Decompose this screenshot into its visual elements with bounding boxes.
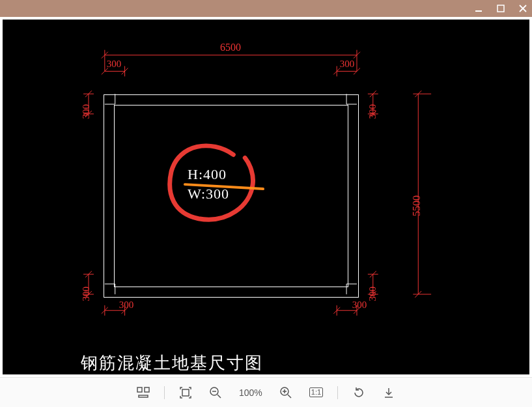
svg-line-38 — [85, 91, 92, 97]
viewer-canvas-frame: 6500 300 300 300 300 300 300 300 300 550… — [0, 17, 532, 377]
svg-line-28 — [102, 307, 108, 314]
svg-rect-63 — [182, 389, 189, 396]
svg-line-66 — [217, 395, 221, 398]
svg-line-70 — [288, 395, 291, 398]
toolbar-divider-2 — [337, 386, 338, 399]
zoom-level-label: 100% — [236, 387, 265, 398]
svg-rect-61 — [145, 387, 149, 392]
window-titlebar — [0, 0, 532, 17]
actual-size-button[interactable]: 1:1 — [307, 385, 326, 400]
maximize-button[interactable] — [496, 3, 506, 14]
fit-screen-button[interactable] — [176, 384, 195, 402]
svg-line-23 — [333, 68, 340, 74]
dim-edge-left-top: 300 — [81, 104, 92, 119]
viewer-toolbar: 100% 1:1 — [0, 377, 532, 407]
actual-size-label: 1:1 — [309, 387, 323, 397]
beam-width-label: W:300 — [188, 186, 229, 203]
dim-edge-top-right: 300 — [340, 59, 355, 70]
svg-line-59 — [415, 291, 421, 298]
beam-height-label: H:400 — [188, 166, 227, 183]
svg-line-16 — [354, 52, 360, 59]
svg-line-43 — [85, 271, 92, 277]
dim-edge-left-bottom: 300 — [81, 287, 92, 302]
thumbnails-button[interactable] — [134, 384, 152, 401]
dim-edge-top-left: 300 — [107, 59, 122, 70]
dim-overall-width: 6500 — [220, 42, 241, 53]
svg-line-24 — [354, 68, 360, 74]
svg-line-58 — [415, 91, 421, 97]
svg-line-53 — [370, 271, 376, 277]
dim-edge-bottom-left: 300 — [119, 300, 134, 311]
zoom-out-button[interactable] — [206, 384, 225, 402]
svg-rect-1 — [497, 5, 504, 12]
svg-line-20 — [122, 68, 128, 74]
svg-rect-62 — [139, 395, 148, 397]
download-button[interactable] — [380, 384, 398, 402]
svg-line-15 — [102, 52, 108, 59]
drawing-canvas[interactable]: 6500 300 300 300 300 300 300 300 300 550… — [3, 20, 529, 374]
dim-edge-right-top: 300 — [367, 104, 378, 119]
minimize-button[interactable] — [473, 3, 484, 14]
svg-line-48 — [370, 91, 376, 97]
zoom-in-button[interactable] — [277, 384, 295, 402]
dim-edge-bottom-right: 300 — [352, 300, 367, 311]
drawing-caption: 钢筋混凝土地基尺寸图 — [81, 352, 263, 374]
close-button[interactable] — [518, 3, 528, 14]
svg-line-33 — [333, 307, 340, 314]
svg-rect-60 — [137, 387, 142, 392]
dim-edge-right-bottom: 300 — [367, 287, 378, 302]
toolbar-divider — [164, 386, 165, 399]
rotate-button[interactable] — [350, 384, 368, 402]
dim-overall-height: 5500 — [411, 195, 423, 216]
foundation-inner-rect — [114, 105, 348, 287]
